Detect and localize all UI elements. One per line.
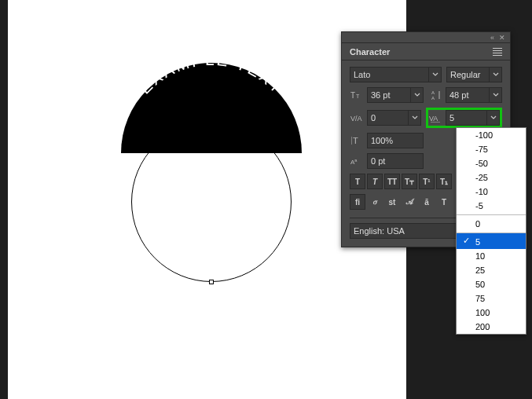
kerning-icon: V/A xyxy=(350,112,364,124)
svg-text:T: T xyxy=(350,91,355,100)
font-style-input[interactable] xyxy=(447,68,489,82)
chevron-down-icon[interactable] xyxy=(410,88,423,102)
font-size-input[interactable] xyxy=(368,88,410,102)
all-caps-button[interactable]: TT xyxy=(384,174,400,189)
baseline-shift-select[interactable] xyxy=(367,153,424,169)
path-anchor-bottom[interactable] xyxy=(209,280,214,284)
faux-italic-button[interactable]: T xyxy=(367,174,383,189)
panel-close-icon[interactable]: ✕ xyxy=(499,34,505,42)
sample-text-label: EXAMPLE TEXT xyxy=(135,50,287,97)
font-size-select[interactable] xyxy=(367,87,424,103)
titling-button[interactable]: T xyxy=(436,194,452,210)
panel-menu-icon[interactable] xyxy=(493,47,505,57)
tracking-option[interactable]: -50 xyxy=(457,156,526,170)
chevron-down-icon[interactable] xyxy=(428,68,441,82)
vertical-scale-icon: T xyxy=(350,134,364,147)
vertical-scale-select[interactable] xyxy=(367,133,424,148)
font-size-icon: TT xyxy=(350,89,364,101)
tracking-option[interactable]: 0 xyxy=(457,214,526,231)
tracking-option[interactable]: 75 xyxy=(457,291,526,306)
kerning-input[interactable] xyxy=(368,111,408,125)
ligatures-button[interactable]: fi xyxy=(350,194,365,210)
panel-collapse-icon[interactable]: « xyxy=(490,34,494,42)
leading-icon: AA xyxy=(428,89,442,101)
svg-text:VA: VA xyxy=(429,115,438,123)
small-caps-button[interactable]: Tᴛ xyxy=(402,174,417,189)
svg-text:A: A xyxy=(431,90,435,95)
alt-ligatures-button[interactable]: 𝜎 xyxy=(367,194,383,210)
tracking-input[interactable] xyxy=(446,111,486,125)
tracking-option[interactable]: 100 xyxy=(457,306,526,320)
path-anchor-top[interactable] xyxy=(209,119,214,124)
svg-text:T: T xyxy=(356,93,360,99)
chevron-down-icon[interactable] xyxy=(489,88,501,102)
subscript-button[interactable]: T₁ xyxy=(436,174,452,189)
swash-button[interactable]: 𝒜 xyxy=(402,194,417,210)
svg-text:V/A: V/A xyxy=(350,115,362,123)
vertical-scale-input[interactable] xyxy=(368,134,423,148)
tracking-option[interactable]: -10 xyxy=(457,185,526,199)
tracking-option[interactable]: 50 xyxy=(457,277,526,291)
discretionary-lig-button[interactable]: st xyxy=(384,194,400,210)
svg-text:T: T xyxy=(353,136,358,145)
superscript-button[interactable]: T¹ xyxy=(419,174,435,189)
svg-text:Aª: Aª xyxy=(350,159,357,166)
chevron-down-icon[interactable] xyxy=(408,111,420,125)
tracking-option[interactable]: 25 xyxy=(457,263,526,277)
tracking-option[interactable]: -25 xyxy=(457,170,526,185)
tracking-option[interactable]: -5 xyxy=(457,199,526,213)
font-family-input[interactable] xyxy=(350,68,428,82)
baseline-shift-input[interactable] xyxy=(368,154,423,168)
chevron-down-icon[interactable] xyxy=(489,68,501,82)
leading-select[interactable] xyxy=(446,87,502,103)
kerning-select[interactable] xyxy=(367,110,421,126)
leading-input[interactable] xyxy=(446,88,489,102)
tracking-option[interactable]: 200 xyxy=(457,320,526,334)
tab-character[interactable]: Character xyxy=(347,47,393,57)
faux-bold-button[interactable]: T xyxy=(350,174,365,189)
stylistic-alt-button[interactable]: ā xyxy=(419,194,435,210)
tracking-select[interactable] xyxy=(446,110,500,126)
tracking-option[interactable]: -75 xyxy=(457,142,526,156)
font-style-select[interactable] xyxy=(446,67,502,82)
font-family-select[interactable] xyxy=(350,67,442,82)
tracking-highlight: VA xyxy=(426,108,502,128)
svg-text:A: A xyxy=(431,96,435,101)
tracking-option[interactable]: 10 xyxy=(457,249,526,263)
chevron-down-icon[interactable] xyxy=(486,111,499,125)
circle-path-shape[interactable] xyxy=(131,122,292,282)
tracking-option[interactable]: -100 xyxy=(457,128,526,142)
tracking-icon: VA xyxy=(428,112,442,124)
tracking-option[interactable]: 5 xyxy=(457,232,526,249)
tracking-dropdown-list[interactable]: -100-75-50-25-10-50510255075100200 xyxy=(456,127,526,335)
baseline-shift-icon: Aª xyxy=(350,155,364,167)
